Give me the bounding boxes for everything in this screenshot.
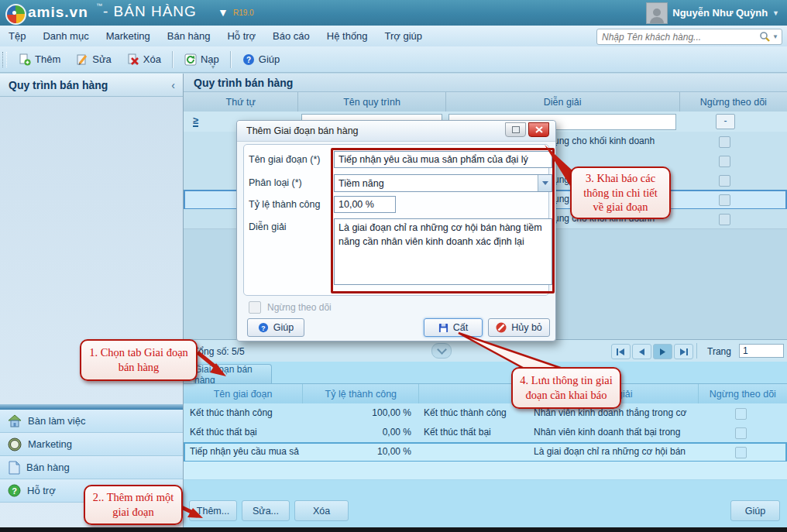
svg-text:?: ? <box>12 486 17 496</box>
last-page-button[interactable] <box>674 344 693 359</box>
stage-edit-button[interactable]: Sửa... <box>242 500 290 521</box>
checkbox-icon <box>249 301 261 314</box>
sidebar-accent-strip <box>0 404 183 410</box>
tab-giai-doan-ban-hang[interactable]: Giai đoạn bán hàng <box>194 364 272 384</box>
stage-row[interactable]: Kết thúc thất bại 0,00 % Kết thúc thất b… <box>184 423 787 443</box>
stage-row-selected[interactable]: Tiếp nhận yêu cầu mua sả 10,00 % Là giai… <box>184 442 787 462</box>
first-page-button[interactable] <box>611 344 631 359</box>
toolbar-separator <box>230 51 232 68</box>
cell-ty-le: 0,00 % <box>303 427 411 438</box>
refresh-icon <box>184 53 197 66</box>
menu-tep[interactable]: Tệp <box>0 30 34 42</box>
row-checkbox[interactable] <box>719 194 730 206</box>
app-switcher-arrow-icon[interactable]: ▼ <box>218 6 229 19</box>
col-ten-quy-trinh[interactable]: Tên quy trình <box>298 92 445 112</box>
cell-ty-le: 100,00 % <box>303 407 411 418</box>
dialog-cancel-button[interactable]: Hủy bỏ <box>488 318 550 337</box>
cell-ten-giai-doan: Tiếp nhận yêu cầu mua sả <box>190 446 300 457</box>
cell-dien-giai: Nhân viên kinh doanh thất bại trong <box>534 427 698 438</box>
dialog-save-label: Cất <box>453 322 468 333</box>
stage-panel: Giai đoạn bán hàng Tên giai đoạn Tỷ lệ t… <box>184 362 787 527</box>
checkbox-label: Ngừng theo dõi <box>267 302 332 313</box>
page-label: Trang <box>707 346 731 357</box>
ngung-theo-doi-checkbox[interactable]: Ngừng theo dõi <box>249 301 332 314</box>
close-window-button[interactable] <box>528 122 549 137</box>
col-ty-le-thanh-cong[interactable]: Tỷ lệ thành công <box>303 384 419 404</box>
sidebar-item-ban-hang[interactable]: Bán hàng <box>0 456 183 479</box>
toolbar-overflow-icon[interactable]: ▾ <box>211 63 215 70</box>
sidebar-item-marketing[interactable]: Marketing <box>0 433 183 456</box>
brand-name: amis.vn <box>28 4 88 21</box>
col-ngung-theo-doi[interactable]: Ngừng theo dõi <box>680 92 787 112</box>
menu-he-thong[interactable]: Hệ thống <box>318 30 376 42</box>
home-icon <box>8 414 22 427</box>
stage-delete-button[interactable]: Xóa <box>294 500 349 521</box>
filter-dropdown[interactable]: - <box>716 114 735 129</box>
menu-danh-muc[interactable]: Danh mục <box>34 30 97 42</box>
toolbar-add-button[interactable]: Thêm <box>11 50 68 69</box>
restore-window-button[interactable] <box>505 122 526 137</box>
field-label-phan-loai: Phân loại (*) <box>249 177 302 188</box>
menu-bao-cao[interactable]: Báo cáo <box>264 30 318 42</box>
page-number-input[interactable] <box>739 344 784 358</box>
toolbar-help-label: Giúp <box>259 53 280 65</box>
main-panel-header: Quy trình bán hàng <box>184 74 787 91</box>
col-ngung-theo-doi[interactable]: Ngừng theo dõi <box>699 384 787 404</box>
cell-dien-giai: Nhân viên kinh doanh thắng trong cơ <box>534 407 698 418</box>
toolbar-add-label: Thêm <box>35 53 60 65</box>
app-name: - BÁN HÀNG <box>103 3 197 20</box>
col-thu-tu[interactable]: Thứ tự <box>184 92 298 112</box>
toolbar-delete-button[interactable]: Xóa <box>119 50 169 69</box>
dialog-save-button[interactable]: Cất <box>424 318 483 337</box>
row-checkbox[interactable] <box>719 175 730 187</box>
toolbar-separator <box>172 51 174 68</box>
sidebar-item-ban-lam-viec[interactable]: Bàn làm việc <box>0 410 183 433</box>
sidebar: Quy trình bán hàng ‹ Bàn làm việc Market… <box>0 74 184 527</box>
callout-3: 3. Khai báo các thông tin chi tiết về gi… <box>570 166 671 219</box>
menu-tro-giup[interactable]: Trợ giúp <box>376 30 431 42</box>
prev-page-button[interactable] <box>632 344 651 359</box>
row-checkbox[interactable] <box>735 408 747 420</box>
menu-ban-hang[interactable]: Bán hàng <box>159 30 219 42</box>
svg-text:?: ? <box>246 56 251 64</box>
trademark: ™ <box>96 2 102 9</box>
sidebar-item-label: Marketing <box>28 438 72 450</box>
search-caret-icon[interactable]: ▼ <box>771 33 782 40</box>
cell-phan-loai: Kết thúc thành công <box>424 407 529 418</box>
menu-marketing[interactable]: Marketing <box>98 30 159 42</box>
row-checkbox[interactable] <box>719 214 730 225</box>
stage-help-button[interactable]: Giúp <box>730 500 780 521</box>
menu-ho-tro[interactable]: Hỗ trợ <box>218 30 264 42</box>
col-ten-giai-doan[interactable]: Tên giai đoạn <box>184 384 303 404</box>
next-page-button[interactable] <box>653 344 672 359</box>
toolbar-refresh-button[interactable]: Nạp <box>177 50 227 69</box>
search-icon[interactable] <box>759 31 771 43</box>
row-checkbox[interactable] <box>719 156 730 167</box>
stage-add-button[interactable]: Thêm... <box>189 500 237 521</box>
toolbar-edit-button[interactable]: Sửa <box>68 50 119 69</box>
row-checkbox[interactable] <box>735 447 747 458</box>
filter-operator-icon[interactable]: ≥ <box>193 115 198 127</box>
cell-dien-giai: Là giai đoạn chỉ ra những cơ hội bán <box>534 446 698 457</box>
dialog-help-button[interactable]: ? Giúp <box>247 318 304 337</box>
row-checkbox[interactable] <box>719 136 730 148</box>
dialog-titlebar[interactable]: Thêm Giai đoạn bán hàng <box>237 121 555 142</box>
sidebar-collapse-icon[interactable]: ‹ <box>171 79 183 91</box>
toolbar: Thêm Sửa Xóa Nạp ? Giúp ▾ <box>0 46 787 73</box>
compass-icon <box>8 438 22 451</box>
stage-table-header: Tên giai đoạn Tỷ lệ thành công Diễn giải… <box>184 383 787 405</box>
pagination-divider <box>696 343 697 359</box>
field-label-dien-giai: Diễn giải <box>249 221 287 232</box>
col-dien-giai[interactable]: Diễn giải <box>446 92 680 112</box>
toolbar-help-button[interactable]: ? Giúp <box>235 50 287 69</box>
expand-chevron-button[interactable] <box>431 343 452 359</box>
user-caret-icon: ▼ <box>772 9 779 17</box>
row-checkbox[interactable] <box>735 427 747 439</box>
user-menu[interactable]: Nguyễn Như Quỳnh ▼ <box>646 2 779 23</box>
close-icon <box>535 126 543 133</box>
search-input[interactable] <box>597 32 759 43</box>
sidebar-item-label: Bàn làm việc <box>28 415 85 427</box>
toolbar-delete-label: Xóa <box>143 53 161 65</box>
process-table-header: Thứ tự Tên quy trình Diễn giải Ngừng the… <box>184 91 787 113</box>
stage-row[interactable]: Kết thúc thành công 100,00 % Kết thúc th… <box>184 403 787 424</box>
